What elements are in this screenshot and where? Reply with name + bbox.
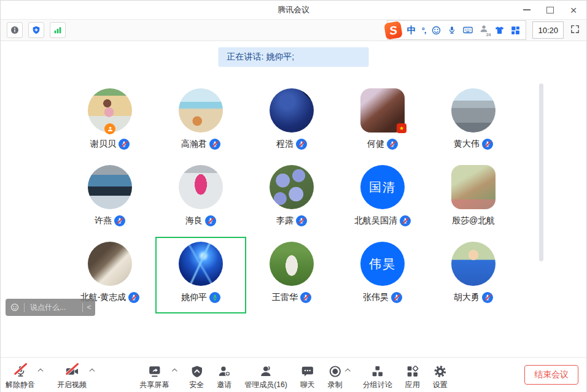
mic-options-chevron[interactable] <box>37 367 44 372</box>
participant-name: 谢贝贝 <box>90 139 116 150</box>
avatar <box>451 242 496 286</box>
breakout-rooms-button[interactable]: 分组讨论 <box>363 362 392 390</box>
collapse-chat-button[interactable]: < <box>83 303 95 312</box>
ime-voice-icon[interactable] <box>447 25 457 35</box>
scrollbar-thumb[interactable] <box>539 83 543 261</box>
participant-tile[interactable]: 国清 北航吴国清 <box>337 160 428 237</box>
clock-display: 10:20 <box>532 21 564 39</box>
status-bar: S 中 °, 24 <box>1 19 586 41</box>
participant-grid: 谢贝贝 高瀚君 程浩 <box>64 83 519 313</box>
avatar <box>451 88 496 133</box>
participant-tile[interactable]: 黄大伟 <box>428 83 519 160</box>
participant-tile[interactable]: 谢贝贝 <box>64 83 155 160</box>
participant-name: 何健 <box>367 139 384 150</box>
sogou-logo-icon[interactable]: S <box>384 21 403 40</box>
unmute-button[interactable]: 解除静音 <box>6 362 35 390</box>
participant-tile[interactable]: 伟昊 张伟昊 <box>337 237 428 313</box>
participant-tile-active-speaker[interactable]: 姚仰平 <box>155 237 246 313</box>
avatar <box>88 242 132 286</box>
invite-button[interactable]: 邀请 <box>217 362 231 390</box>
manage-members-button[interactable]: 管理成员(16) <box>244 362 287 390</box>
mic-muted-icon <box>482 139 493 150</box>
maximize-icon <box>546 7 554 13</box>
minimize-button[interactable] <box>515 1 538 19</box>
window-controls: × <box>515 1 585 19</box>
record-options-chevron[interactable] <box>345 367 351 372</box>
network-signal-button[interactable] <box>50 22 66 38</box>
meeting-window: 腾讯会议 × <box>0 0 587 392</box>
invite-person-icon <box>217 362 231 379</box>
close-button[interactable]: × <box>562 1 585 19</box>
participant-tile[interactable]: 李露 <box>246 160 337 237</box>
participant-tile[interactable]: 胡大勇 <box>428 237 519 313</box>
apps-button[interactable]: 应用 <box>405 362 420 390</box>
mic-muted-icon <box>400 215 411 226</box>
avatar-initials: 伟昊 <box>360 242 405 286</box>
ime-skin-person-icon[interactable]: 24 <box>479 24 489 36</box>
participant-name: 高瀚君 <box>181 139 207 150</box>
info-icon <box>10 25 20 35</box>
mic-off-icon <box>14 362 28 379</box>
participant-tile[interactable]: 何健 <box>337 83 428 160</box>
ime-mode-toggle[interactable]: 中 <box>407 25 416 36</box>
avatar <box>270 88 314 133</box>
ime-emoji-icon[interactable] <box>431 25 441 36</box>
apps-grid-icon <box>405 362 419 379</box>
shield-plus-icon <box>31 25 41 35</box>
participant-tile[interactable]: 程浩 <box>246 83 337 160</box>
participant-tile[interactable]: 高瀚君 <box>155 83 246 160</box>
participant-tile[interactable]: 许燕 <box>64 160 155 237</box>
maximize-button[interactable] <box>538 1 562 19</box>
share-options-chevron[interactable] <box>171 367 177 372</box>
bottom-toolbar: 解除静音 开启视频 <box>1 357 586 392</box>
toolbar-center-group: 共享屏幕 安全 <box>139 362 447 390</box>
ime-punctuation-toggle[interactable]: °, <box>422 26 426 35</box>
avatar: 伟昊 <box>360 242 405 286</box>
fullscreen-button[interactable] <box>570 24 580 37</box>
meeting-info-button[interactable] <box>7 22 23 38</box>
participant-name: 海良 <box>185 215 203 226</box>
quick-chat-input[interactable]: 说点什么... <box>25 302 82 313</box>
avatar <box>270 165 314 209</box>
camera-off-icon <box>65 362 79 379</box>
participant-tile[interactable]: 殷莎@北航 <box>428 160 519 237</box>
ime-toolbar: S 中 °, 24 <box>387 20 527 40</box>
mic-muted-icon <box>128 292 139 303</box>
toolbar-left-group: 解除静音 开启视频 <box>6 362 94 390</box>
settings-button[interactable]: 设置 <box>433 362 448 390</box>
end-meeting-button[interactable]: 结束会议 <box>524 365 578 385</box>
chat-button[interactable]: 聊天 <box>300 362 315 390</box>
mic-muted-icon <box>387 139 398 150</box>
participant-name: 程浩 <box>276 139 294 150</box>
close-icon: × <box>570 4 577 16</box>
record-icon <box>328 362 342 379</box>
participant-tile[interactable]: 海良 <box>155 160 246 237</box>
share-screen-button[interactable]: 共享屏幕 <box>139 362 169 390</box>
video-options-chevron[interactable] <box>89 367 95 372</box>
mic-speaking-icon <box>209 292 220 303</box>
start-video-button[interactable]: 开启视频 <box>57 362 87 390</box>
smiley-icon <box>10 302 20 312</box>
record-button[interactable]: 录制 <box>328 362 343 390</box>
minimize-icon <box>523 9 531 10</box>
gear-icon <box>433 362 447 379</box>
avatar: 国清 <box>360 165 405 209</box>
speaking-indicator-banner: 正在讲话: 姚仰平; <box>219 47 369 67</box>
mic-muted-icon <box>114 215 125 226</box>
participant-name: 李露 <box>276 215 294 226</box>
mic-muted-icon <box>296 215 307 226</box>
participant-name: 张伟昊 <box>363 292 389 303</box>
ime-skin-shirt-icon[interactable] <box>494 25 505 36</box>
members-icon <box>259 362 273 379</box>
status-right: S 中 °, 24 <box>387 20 580 40</box>
ime-menu-grid-icon[interactable] <box>510 25 521 36</box>
security-status-button[interactable] <box>28 22 44 38</box>
status-left-icons <box>7 22 66 38</box>
participant-tile[interactable]: 王雷华 <box>246 237 337 313</box>
ime-keyboard-icon[interactable] <box>462 25 473 36</box>
avatar <box>451 165 496 209</box>
mic-muted-icon <box>209 139 220 150</box>
emoji-button[interactable] <box>6 302 24 312</box>
signal-bars-icon <box>53 25 63 35</box>
security-button[interactable]: 安全 <box>189 362 204 390</box>
